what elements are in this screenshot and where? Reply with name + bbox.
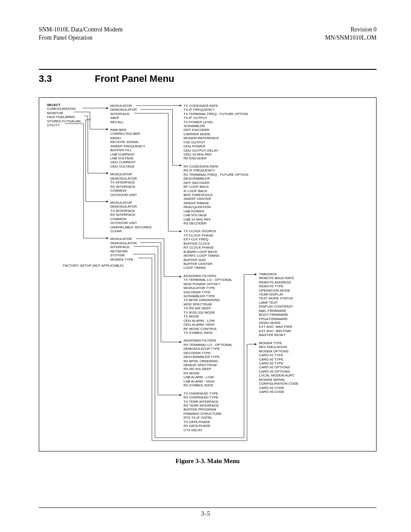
menu-item: ODU ALARM - LOW (184, 319, 248, 323)
menu-item: BUFFER CLOCK (184, 242, 248, 246)
menu-item: DEMO MODE (259, 321, 299, 325)
menu-col-1: SELECT CONFIGURATIONMONITORFAULTS/ALARMS… (47, 103, 81, 128)
menu-item: RS DECODER (184, 221, 248, 225)
menu-item: TX INTERFACE (110, 209, 152, 213)
menu-item: DEMODULATOR TYPE (184, 347, 248, 351)
menu-item: CARD #1 TYPE (259, 353, 299, 357)
menu-group: MODULATORDEMODULATORTX INTERFACERX INTER… (110, 172, 152, 197)
menu-item: RECALL (110, 120, 152, 124)
menu-group: TX CODE/DATA RATETX-IF FREQUENCYTX TERMI… (184, 104, 248, 161)
menu-item: DESCRAMBLER (184, 177, 248, 180)
header-left-line1: SNM-1010L Data/Control Modem (39, 26, 123, 34)
menu-item: ODU CURRENT (110, 160, 152, 164)
menu-item: TX DATA PHASE (184, 420, 248, 424)
menu-group: RAW BERCORRECTED BEREB/NORECEIVE SIGNALS… (110, 128, 152, 168)
menu-item: RX CODE/DATA RATE (184, 165, 248, 168)
menu-item: IF LOOP BACK (184, 189, 248, 193)
menu-item: MASTER RESET (259, 333, 299, 337)
menu-item: MODEM TYPE (110, 258, 152, 261)
menu-item: FRAMING STRUCTURE (184, 412, 248, 416)
menu-item: MOD POWER OFFSET (184, 282, 248, 286)
menu-item: RX TERMINAL LO - OPTIONAL (184, 343, 248, 347)
menu-group: RX CODE/DATA RATERX-IF FREQUENCYRX TERMI… (184, 165, 248, 226)
menu-item: LNB VOLTAGE (110, 156, 152, 160)
menu-item: MODEM SERIAL (259, 378, 299, 382)
menu-item: INTERFACE (110, 112, 152, 116)
menu-item: COMMON (110, 189, 152, 193)
menu-group: ASSIGNED FILTERSTX TERMINAL LO - OPTIONA… (184, 274, 248, 335)
menu-group: MODULATORDEMODULATORTX INTERFACERX INTER… (110, 201, 152, 233)
menu-item: ODU VOLTAGE (110, 165, 152, 168)
menu-item: OUTDOOR UNIT (110, 221, 152, 225)
menu-item: DIFF DECODER (184, 181, 248, 185)
menu-item: ODU ALARM -HIGH (184, 323, 248, 327)
page-number: 3–5 (0, 510, 411, 517)
menu-item: CONFIGURATION CODE (259, 382, 299, 386)
menu-item: M&C FIRMWARE (259, 309, 299, 313)
header-right-line1: Revision 0 (325, 26, 377, 34)
menu-item: BUFFER SIZE (184, 258, 248, 262)
menu-item: REMOTE TYPE (259, 284, 299, 288)
menu-item: DEMODULATOR (110, 177, 152, 180)
menu-item: LNB CURRENT (110, 152, 152, 156)
menu-item: RX INTERFACE (110, 185, 152, 189)
menu-item: BER THRESHOLD (184, 193, 248, 197)
menu-item: RX INTERFACE (110, 213, 152, 217)
header-right: Revision 0 MN/SNM1010L.OM (325, 26, 377, 42)
menu-item: MOD SPECTRUM (184, 302, 248, 306)
footer-rule (39, 507, 377, 508)
document-page: SNM-1010L Data/Control Modem Front Panel… (0, 0, 411, 532)
menu-item: TX BPSK OREDERING (184, 298, 248, 302)
menu-group: MODULATORDEMODULATORINTERFACESAVERECALL (110, 104, 152, 124)
menu-item: SAVE (110, 116, 152, 120)
menu-item: MONITOR (47, 111, 81, 115)
menu-item: CARD #2 CODE (259, 386, 299, 390)
menu-item: SWEEP CENTER (184, 197, 248, 201)
menu-item: LNB VOLTAGE (184, 213, 248, 217)
menu-item: TX CLOCK PHASE (184, 233, 248, 237)
menu-item: TX SYMBOL RATE (184, 331, 248, 335)
menu-col-3: TX CODE/DATA RATETX-IF FREQUENCYTX TERMI… (184, 104, 248, 436)
menu-item: LNB ALARM - LOW (184, 375, 248, 379)
menu-item: CONFIGURATION (47, 107, 81, 111)
menu-item: B-BAND LOOP BACK (184, 250, 248, 254)
section-rule (39, 69, 377, 70)
menu-group: MODULATORDEMODULATORINTERFACENETWORKSYST… (110, 237, 152, 261)
menu-item: TX CLOCK SOURCE (184, 229, 248, 233)
factory-setup-note: FACTORY SETUP (NOT APPLICABLE) (63, 264, 124, 268)
menu-item: SWEEP RANGE (184, 201, 248, 205)
page-header: SNM-1010L Data/Control Modem Front Panel… (39, 26, 377, 42)
menu-item: DECODER TYPE (184, 351, 248, 355)
menu-item: RX-IF FREQUENCY (184, 168, 248, 172)
menu-item: SWEEP FREQUENCY (110, 144, 152, 148)
menu-item: RX CLOCK PHASE (184, 246, 248, 249)
menu-item: CARRIER MODE (184, 132, 248, 136)
menu-item: EXT AGC: MAX PWR (259, 325, 299, 329)
menu-item: EB/NO (110, 136, 152, 140)
menu-item: CORRECTED BER (110, 132, 152, 136)
menu-item: DEMOD SPECTRUM (184, 363, 248, 367)
menu-item: LAMP TEST (259, 301, 299, 305)
menu-item: DEMODULATOR (110, 108, 152, 112)
menu-item: INTRFC LOOP TIMING (184, 254, 248, 258)
menu-item: TX-RS N/K DEEP (184, 306, 248, 310)
menu-item: ASSIGNED FILTERS (184, 274, 248, 278)
menu-item: RF MODE CONTROL (184, 327, 248, 331)
menu-item: RX OVERHEAD TYPE (184, 395, 248, 399)
menu-item: TX CODE/DATA RATE (184, 104, 248, 108)
menu-item: TX TERMINAL LO - OPTIONAL (184, 278, 248, 282)
menu-group: TIME/DATEREMOTE BAUD RATEREMOTE ADDRESSR… (259, 272, 299, 337)
menu-item: CARD #3 CODE (259, 390, 299, 394)
menu-item: FSK OUTPUT (184, 140, 248, 144)
menu-item: SCRAMBLER (184, 124, 248, 128)
menu-item: INTERFACE (110, 245, 152, 249)
menu-item: LOOP TIMING (184, 266, 248, 270)
menu-item: TX TERMINAL FREQ - FUTURE OPTION (184, 112, 248, 116)
menu-item: ODU 10 MHz REF (184, 152, 248, 156)
menu-item: RTS TX-IF CNTRL (184, 416, 248, 420)
menu-item: MODULATOR (110, 104, 152, 108)
menu-item: RX TERR INTERFACE (184, 404, 248, 408)
header-right-line2: MN/SNM1010L.OM (325, 34, 377, 42)
select-label: SELECT (47, 103, 81, 107)
menu-item: RAW BER (110, 128, 152, 132)
